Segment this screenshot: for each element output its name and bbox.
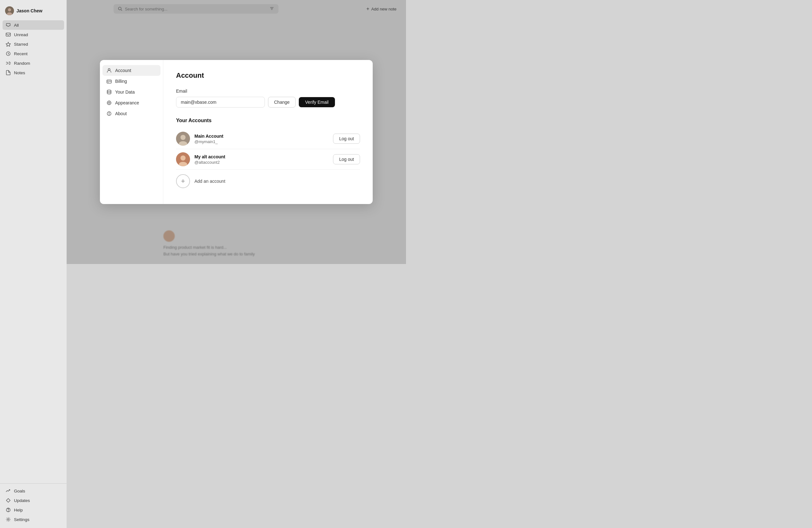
account-icon <box>106 68 112 73</box>
sidebar-label-notes: Notes <box>14 70 25 75</box>
modal-nav-appearance[interactable]: Appearance <box>102 97 160 108</box>
svg-point-20 <box>109 113 110 113</box>
svg-point-14 <box>108 69 110 70</box>
inbox-icon <box>6 23 11 28</box>
modal-nav-your-data-label: Your Data <box>115 89 135 95</box>
email-row: Change Verify Email <box>176 97 360 108</box>
username: Jason Chew <box>16 8 43 13</box>
svg-point-18 <box>108 102 110 103</box>
svg-point-16 <box>107 90 111 92</box>
modal-title: Account <box>176 71 360 80</box>
sidebar-item-recent[interactable]: Recent <box>2 49 64 58</box>
email-label: Email <box>176 88 360 94</box>
main-account-avatar <box>176 132 190 146</box>
modal-nav-account[interactable]: Account <box>102 65 160 76</box>
alt-account-info: My alt account @altaccount2 <box>194 154 333 165</box>
svg-point-22 <box>180 135 186 140</box>
modal-nav-account-label: Account <box>115 68 131 73</box>
change-email-button[interactable]: Change <box>268 97 295 108</box>
modal-main-content: Account Email Change Verify Email Your A… <box>163 60 373 204</box>
modal-nav-appearance-label: Appearance <box>115 100 139 105</box>
sidebar-label-all: All <box>14 23 19 28</box>
modal-nav-your-data[interactable]: Your Data <box>102 87 160 97</box>
mail-icon <box>6 32 11 37</box>
svg-marker-4 <box>6 42 11 46</box>
add-account-label: Add an account <box>194 179 225 184</box>
account-row-main: Main Account @mymain1_ Log out <box>176 129 360 149</box>
avatar <box>5 6 14 15</box>
star-icon <box>6 42 11 47</box>
modal-nav: Account Billing <box>100 60 163 204</box>
sidebar-item-all[interactable]: All <box>2 20 64 30</box>
modal-nav-about-label: About <box>115 111 127 116</box>
modal-nav-billing-label: Billing <box>115 79 127 84</box>
data-icon <box>106 89 112 95</box>
alt-account-name: My alt account <box>194 154 333 159</box>
svg-point-25 <box>180 156 186 160</box>
modal-nav-about[interactable]: About <box>102 108 160 119</box>
sidebar-label-unread: Unread <box>14 32 28 37</box>
verify-email-button[interactable]: Verify Email <box>299 97 335 107</box>
main-account-handle: @mymain1_ <box>194 139 333 144</box>
add-account-row[interactable]: + Add an account <box>176 170 360 192</box>
sidebar-item-random[interactable]: Random <box>2 58 64 68</box>
account-row-alt: My alt account @altaccount2 Log out <box>176 149 360 170</box>
sidebar-item-starred[interactable]: Starred <box>2 39 64 49</box>
your-accounts-section: Your Accounts Main Account @mymain1_ <box>176 118 360 192</box>
alt-account-avatar <box>176 152 190 166</box>
modal-nav-billing[interactable]: Billing <box>102 76 160 87</box>
main-account-name: Main Account <box>194 133 333 139</box>
main-area: Search for something... + Add new note F… <box>67 0 406 264</box>
billing-icon <box>106 79 112 84</box>
file-icon <box>6 70 11 75</box>
email-section: Email Change Verify Email <box>176 88 360 108</box>
alt-account-handle: @altaccount2 <box>194 160 333 165</box>
sidebar-label-starred: Starred <box>14 42 28 47</box>
sidebar-item-unread[interactable]: Unread <box>2 30 64 39</box>
email-input[interactable] <box>176 97 265 108</box>
main-account-logout-button[interactable]: Log out <box>333 133 360 144</box>
sidebar-item-notes[interactable]: Notes <box>2 68 64 77</box>
main-nav: All Unread Starred <box>0 20 67 264</box>
settings-modal: Account Billing <box>100 60 373 204</box>
alt-account-logout-button[interactable]: Log out <box>333 154 360 165</box>
sidebar: Jason Chew All Unread <box>0 0 67 264</box>
sidebar-label-random: Random <box>14 61 30 66</box>
about-icon <box>106 111 112 116</box>
accounts-title: Your Accounts <box>176 118 360 124</box>
svg-point-1 <box>8 8 11 11</box>
user-profile[interactable]: Jason Chew <box>0 4 67 20</box>
appearance-icon <box>106 100 112 106</box>
main-account-info: Main Account @mymain1_ <box>194 133 333 144</box>
add-account-icon: + <box>176 174 190 188</box>
clock-icon <box>6 51 11 56</box>
svg-rect-3 <box>6 33 11 36</box>
sidebar-label-recent: Recent <box>14 52 28 56</box>
svg-rect-15 <box>107 80 111 83</box>
shuffle-icon <box>6 61 11 66</box>
